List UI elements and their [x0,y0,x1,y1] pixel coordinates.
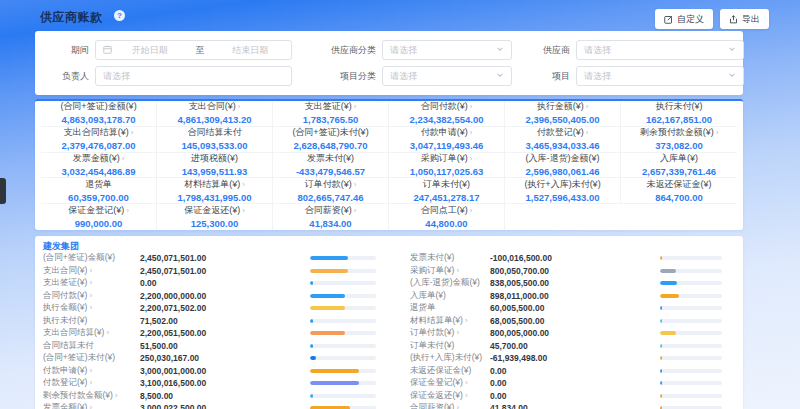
row-label[interactable]: 付款申请(¥)› [43,365,140,377]
calendar-icon [103,45,112,56]
row-value: 0.00 [490,378,660,388]
row-bar [660,294,722,298]
summary-card[interactable]: 支出合同结算(¥)›2,379,476,087.00 [41,127,157,153]
chevron-right-icon: › [465,378,468,387]
row-value: 3,000,001,000.00 [140,366,310,376]
row-value: 800,050,700.00 [490,266,660,276]
row-label[interactable]: 材料结算单(¥)› [410,315,490,327]
sidebar-collapse-handle[interactable] [0,178,6,204]
summary-card[interactable]: 支出合同(¥)›4,861,309,413.20 [157,101,273,127]
project-category-select[interactable]: 请选择 [382,66,512,86]
row-label[interactable]: 合同付款(¥)› [43,290,140,302]
row-bar [310,344,376,348]
chevron-right-icon: › [456,328,459,337]
summary-card[interactable]: 保证金登记(¥)›990,000.00 [41,204,157,230]
chevron-right-icon: › [89,278,92,287]
row-value: 2,450,071,501.00 [140,253,310,263]
row-label[interactable]: 采购订单(¥)› [410,265,490,277]
summary-card: (合同+签证)金额(¥)4,863,093,178.70 [41,101,157,127]
row-label[interactable]: 支出合同结算(¥)› [43,327,140,339]
row-label[interactable]: 剩余预付款金额(¥)› [43,390,140,402]
row-label[interactable]: 付款登记(¥)› [43,377,140,389]
row-label[interactable]: 保证金登记(¥)› [410,377,490,389]
summary-card: 执行未付(¥)162,167,851.00 [621,101,737,127]
summary-card[interactable]: 保证金返还(¥)›125,300.00 [157,204,273,230]
summary-card: (入库-退货)金额(¥)2,596,980,061.46 [505,153,621,179]
chevron-right-icon: › [456,266,459,275]
summary-card[interactable]: 订单付款(¥)›802,665,747.46 [273,178,389,204]
summary-card-label: (合同+签证)金额(¥) [60,101,136,112]
chevron-right-icon: › [89,378,92,387]
summary-card[interactable]: 执行金额(¥)›2,396,550,405.00 [505,101,621,127]
row-bar [660,281,722,285]
row-value: 45,700.00 [490,341,660,351]
summary-card[interactable]: 发票金额(¥)›3,032,454,486.89 [41,153,157,179]
row-label[interactable]: 发票金额(¥)› [43,402,140,409]
summary-card-value: 247,451,278.17 [413,192,479,203]
row-label[interactable]: 订单付款(¥)› [410,327,490,339]
summary-card-value: 145,093,533.00 [181,140,247,151]
summary-card[interactable]: 合同点工(¥)›44,800.00 [389,204,505,230]
chevron-right-icon: › [354,180,357,189]
summary-card[interactable]: 合同薪资(¥)›41,834.00 [273,204,389,230]
table-row: (合同+签证)金额(¥)2,450,071,501.00发票未付(¥)-100,… [43,252,735,265]
row-bar [310,369,376,373]
row-bar [660,344,722,348]
row-value: 0.00 [490,366,660,376]
chevron-right-icon: › [242,206,245,215]
row-value: 2,450,071,501.00 [140,266,310,276]
project-select[interactable]: 请选择 [576,66,744,86]
summary-card-label: 入库单(¥) [660,153,698,164]
summary-card-value: 1,527,596,433.00 [526,192,600,203]
summary-card-value: 1,798,431,995.00 [178,192,252,203]
row-label[interactable]: 合同薪资(¥)› [410,402,490,409]
row-label[interactable]: 保证金返还(¥)› [410,390,490,402]
group-table-panel: 建发集团 (合同+签证)金额(¥)2,450,071,501.00发票未付(¥)… [35,236,743,409]
summary-card[interactable]: 合同付款(¥)›2,234,382,554.00 [389,101,505,127]
supplier-category-select[interactable]: 请选择 [382,40,512,60]
end-date-placeholder: 结束日期 [217,44,285,57]
customize-button[interactable]: 自定义 [655,9,713,29]
summary-card[interactable]: 材料结算单(¥)›1,798,431,995.00 [157,178,273,204]
period-label: 期间 [43,44,89,57]
row-bar [660,369,722,373]
export-button[interactable]: 导出 [720,9,769,29]
summary-card[interactable]: 支出签证(¥)›1,783,765.50 [273,101,389,127]
table-row: (合同+签证)未付(¥)250,030,167.00(执行+入库)未付(¥)-6… [43,352,735,365]
summary-card-value: 125,300.00 [191,218,239,229]
row-value: 3,000,022,500.00 [140,403,310,409]
summary-card-label: 合同点工(¥)› [421,205,473,216]
row-value: 2,200,000,000.00 [140,291,310,301]
summary-card[interactable]: 采购订单(¥)›1,050,117,025.63 [389,153,505,179]
row-bar [310,269,376,273]
summary-card[interactable]: 付款登记(¥)›3,465,934,033.46 [505,127,621,153]
owner-select[interactable]: 请选择 [95,66,292,86]
row-value: 60,005,500.00 [490,303,660,313]
summary-card[interactable]: 付款申请(¥)›3,047,119,493.46 [389,127,505,153]
row-label[interactable]: 支出签证(¥)› [43,277,140,289]
chevron-right-icon: › [465,316,468,325]
project-category-label: 项目分类 [300,70,376,83]
summary-card-label: 剩余预付款金额(¥)› [640,127,719,138]
row-label: 退货单 [410,302,490,314]
edit-square-icon [664,15,673,24]
summary-card: 进项税额(¥)143,959,511.93 [157,153,273,179]
chevron-right-icon: › [470,128,473,137]
row-value: 800,005,000.00 [490,328,660,338]
row-label[interactable]: 支出合同(¥)› [43,265,140,277]
summary-card[interactable]: 剩余预付款金额(¥)›373,082.00 [621,127,737,153]
date-separator: 至 [196,44,205,57]
summary-card-value: 60,359,700.00 [68,192,129,203]
customize-label: 自定义 [677,13,704,26]
table-row: 剩余预付款金额(¥)›8,500.00保证金返还(¥)›0.00 [43,390,735,403]
owner-label: 负责人 [43,70,89,83]
row-bar [310,256,376,260]
supplier-select[interactable]: 请选择 [576,40,744,60]
summary-card: 入库单(¥)2,657,339,761.46 [621,153,737,179]
summary-card-value: 4,861,309,413.20 [178,114,252,125]
row-bar [660,306,722,310]
row-label[interactable]: 执行金额(¥)› [43,302,140,314]
help-icon[interactable]: ? [114,10,125,21]
date-range-input[interactable]: 开始日期 至 结束日期 [95,40,292,60]
summary-card-label: 执行未付(¥) [656,101,703,112]
